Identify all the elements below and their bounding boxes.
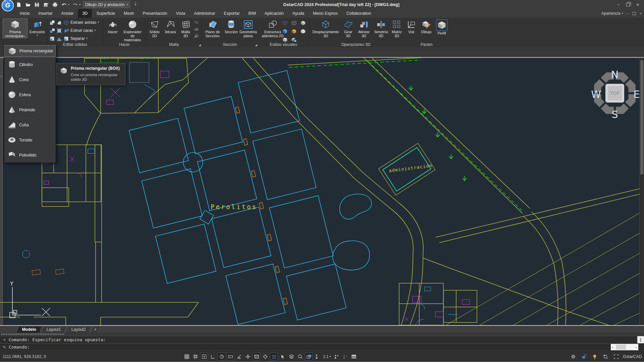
ruled-mesh-icon[interactable] [194,26,199,32]
annotation-scale-icon[interactable] [314,353,321,360]
simetria-3d-button[interactable]: Simetría 3D [373,18,389,38]
scrollbar-thumb[interactable] [616,345,626,350]
tab-modelo[interactable]: Modelo [16,326,42,333]
annotation-scale-control[interactable]: 1:1▾ [322,354,332,359]
extruir-caras-button[interactable]: Extruir caras [70,28,93,33]
revolved-mesh-icon[interactable] [194,19,199,25]
extract-edges-icon[interactable] [63,20,69,25]
tab-3d[interactable]: 3D [78,9,92,18]
save-as-button[interactable] [43,1,49,8]
matriz-3d-button[interactable]: Matriz 3D [390,18,404,38]
separar-button[interactable]: Separar [70,36,85,41]
desplazamiento-3d-button[interactable]: Desplazamiento 3D [311,18,340,38]
intersect-icon[interactable] [49,36,55,42]
osnap-tracking-toggle[interactable] [261,353,269,360]
geometria-plana-button[interactable]: Geometría plana [239,18,257,38]
tips-bulb-button[interactable] [591,353,598,360]
ortho-toggle[interactable] [209,353,217,360]
open-file-button[interactable] [24,1,31,8]
extrusion-button[interactable]: Extrusión ▾ [29,18,46,37]
ribbon-close-icon[interactable]: × [640,11,642,15]
seccion-button[interactable]: Sección [223,18,239,34]
extraer-aristas-button[interactable]: Extraer aristas [70,20,96,25]
appearance-selector[interactable]: Apariencia ▾ [601,11,623,16]
solido-2d-button[interactable]: Sólido 2D [147,18,162,38]
menu-item-cuna[interactable]: Cuña [4,117,56,132]
union-icon[interactable] [49,20,55,25]
tab-vista[interactable]: Vista [172,9,190,18]
annotation-visibility-toggle[interactable] [333,353,340,360]
qat-customize-button[interactable]: ▾ [135,3,136,6]
realistic-style-icon[interactable] [282,28,288,34]
command-history-line[interactable]: × Comando: Especificar esquina opuesta: … [0,336,644,343]
perfil-button[interactable]: Perfil [435,18,448,36]
selection-cycling-toggle[interactable] [279,353,286,360]
layer-control-toggle[interactable] [287,353,295,360]
malla-3d-button[interactable]: Malla 3D [178,18,193,38]
menu-item-cono[interactable]: Cono [4,72,56,87]
vist-button[interactable]: Vist [405,18,418,34]
hidden-style-icon[interactable] [291,20,297,26]
command-horizontal-scrollbar[interactable]: ‹ › [611,344,638,350]
object-snap-toggle[interactable] [244,353,252,360]
print-button[interactable] [52,1,58,8]
conceptual-style-icon[interactable] [291,28,297,34]
snap-grid-toggle[interactable] [183,353,191,360]
prisma-rectangular-button[interactable]: Prisma rectangular▾ [3,18,28,38]
explorador-materiales-button[interactable]: Explorador de materiales [121,18,144,42]
search-zoom-button[interactable] [601,353,609,360]
add-layout-button[interactable]: + [90,326,101,333]
undo-chevron-icon[interactable]: ▾ [68,3,69,6]
menu-item-toroide[interactable]: Toroide [4,132,56,147]
tab-administrar[interactable]: Administrar [190,9,219,18]
minimize-button[interactable]: – [613,1,623,8]
separate-icon[interactable] [63,36,69,42]
slice-icon[interactable] [56,28,62,34]
fillet-edge-icon[interactable] [56,20,62,25]
menu-item-polisolido[interactable]: Polisólido [4,147,56,163]
workspace-windows-toggle[interactable] [305,353,313,360]
settings-gear-button[interactable] [569,353,577,360]
redo-button[interactable] [72,1,78,8]
extrude-faces-icon[interactable] [63,28,69,34]
hatch-display-toggle[interactable] [253,353,260,360]
tab-aplicacion[interactable]: Aplicación [260,9,288,18]
undo-button[interactable] [61,1,67,8]
tab-collaboration[interactable]: Collaboration [342,9,376,18]
plano-de-seccion-button[interactable]: Plano de Sección▾ [203,18,223,38]
tab-layout1[interactable]: Layout1 [41,326,67,333]
annotation-auto-toggle[interactable] [341,353,349,360]
tab-layout2[interactable]: Layout2 [65,326,92,333]
save-button[interactable] [34,1,40,8]
menu-item-piramide[interactable]: Pirámide [4,102,56,117]
wireframe-style-icon[interactable] [282,20,288,26]
grid-display-toggle[interactable] [192,353,199,360]
scroll-left-icon[interactable]: ‹ [611,345,615,349]
lineweight-toggle[interactable] [270,353,278,360]
dibujo-button[interactable]: Dibujo [418,18,434,34]
command-window-grip[interactable] [1,334,65,335]
girar-3d-button[interactable]: Girar 3D [341,18,355,38]
workspace-selector[interactable]: Dibujo 2D y anotación ▾ [83,1,130,8]
tab-bim[interactable]: BIM [244,9,260,18]
scroll-right-icon[interactable]: › [634,345,638,349]
close-button[interactable]: × [633,1,643,8]
menu-item-prisma-rectangular[interactable]: Prisma rectangular [4,45,56,57]
tab-insertar[interactable]: Insertar [34,9,57,18]
ribbon-minimize-icon[interactable]: – [626,11,628,15]
menu-item-esfera[interactable]: Esfera [4,87,56,102]
new-file-button[interactable] [15,1,22,8]
redo-chevron-icon[interactable]: ▾ [79,3,80,6]
command-scroll-buttons[interactable]: ▲▼ [637,336,644,343]
zoom-find-toggle[interactable] [296,353,304,360]
sketchy-style-icon[interactable] [282,37,288,43]
tab-mesh[interactable]: Mesh [119,9,139,18]
tab-presentacion[interactable]: Presentación [139,9,172,18]
polar-tracking-toggle[interactable] [218,353,225,360]
ui-lock-button[interactable] [580,353,588,360]
snap-mode-toggle[interactable] [200,353,208,360]
dynamic-input-toggle[interactable] [226,353,234,360]
tab-menu-expres[interactable]: Menú Expres [309,9,342,18]
table-grid-toggle[interactable] [350,353,358,360]
tab-exportar[interactable]: Exportar [219,9,244,18]
